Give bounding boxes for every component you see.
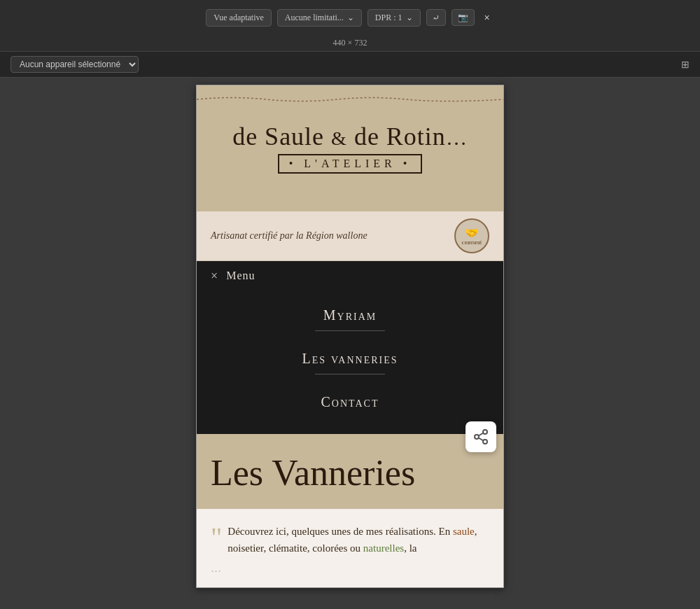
camera-icon: 📷 (458, 13, 468, 22)
chevron-down-icon: ⌄ (347, 13, 354, 23)
device-bar: Aucun appareil sélectionné ⊞ (0, 52, 700, 78)
viewport-wrapper: de Saule & de Rotin… l'Atelier Artisanat… (0, 78, 700, 588)
nav-item-myriam[interactable]: Myriam (197, 298, 503, 341)
nav-item-contact[interactable]: Contact (197, 384, 503, 420)
screenshot-button[interactable]: 📷 (451, 9, 475, 26)
site-viewport: de Saule & de Rotin… l'Atelier Artisanat… (196, 85, 504, 588)
section-paragraph-2: … (211, 560, 489, 577)
nav-menu: Myriam Les vanneries Contact (197, 290, 503, 434)
rope-decoration (197, 92, 503, 106)
site-header: de Saule & de Rotin… l'Atelier (197, 85, 503, 211)
dpr-chevron-icon: ⌄ (406, 13, 413, 23)
device-grid-icon: ⊞ (681, 59, 690, 71)
dimensions-label: 440 × 732 (333, 38, 368, 48)
rotate-button[interactable]: ⤾ (426, 9, 446, 26)
logo-script: de Saule & de Rotin… (232, 123, 468, 151)
limitation-label: Aucune limitati... (285, 13, 344, 23)
site-logo: de Saule & de Rotin… (232, 123, 468, 151)
section-paragraph: Découvrez ici, quelques unes de mes réal… (211, 523, 489, 556)
section-header: Les Vanneries (197, 434, 503, 509)
vue-adaptative-control[interactable]: Vue adaptative (206, 9, 272, 27)
vue-adaptative-label: Vue adaptative (214, 13, 264, 23)
text-part3: , la (404, 542, 416, 554)
browser-toolbar: Vue adaptative Aucune limitati... ⌄ DPR … (0, 0, 700, 35)
close-icon: × (484, 12, 490, 23)
menu-bar: × Menu (197, 261, 503, 290)
dpr-label: DPR : 1 (375, 13, 402, 23)
nav-item-les-vanneries[interactable]: Les vanneries (197, 341, 503, 384)
share-button[interactable] (465, 421, 496, 452)
svg-line-4 (479, 433, 484, 436)
section-title: Les Vanneries (211, 455, 489, 491)
text-naturelles: naturelles (363, 542, 404, 554)
svg-line-3 (479, 438, 484, 441)
artisan-badge: 🤝 CERTIFIÉ (454, 218, 489, 253)
text-part1: Découvrez ici, quelques unes de mes réal… (227, 526, 453, 537)
quote-marks: " (211, 526, 222, 549)
menu-label: Menu (226, 270, 255, 282)
tagline-text: Artisanat certifié par la Région wallone (211, 230, 368, 241)
dpr-control[interactable]: DPR : 1 ⌄ (368, 9, 421, 27)
rotate-icon: ⤾ (433, 13, 440, 22)
menu-close-icon[interactable]: × (211, 270, 218, 282)
section-body: " Découvrez ici, quelques unes de mes ré… (197, 509, 503, 587)
svg-point-2 (483, 440, 487, 444)
svg-point-0 (483, 430, 487, 434)
device-selector[interactable]: Aucun appareil sélectionné (10, 56, 139, 73)
text-saule: saule (453, 526, 475, 537)
atelier-subtitle: l'Atelier (278, 154, 423, 174)
svg-point-1 (475, 435, 479, 439)
close-button[interactable]: × (480, 10, 494, 24)
tagline-bar: Artisanat certifié par la Région wallone… (197, 211, 503, 261)
share-icon (472, 428, 489, 445)
dimension-bar: 440 × 732 (0, 35, 700, 52)
limitation-control[interactable]: Aucune limitati... ⌄ (277, 9, 362, 27)
